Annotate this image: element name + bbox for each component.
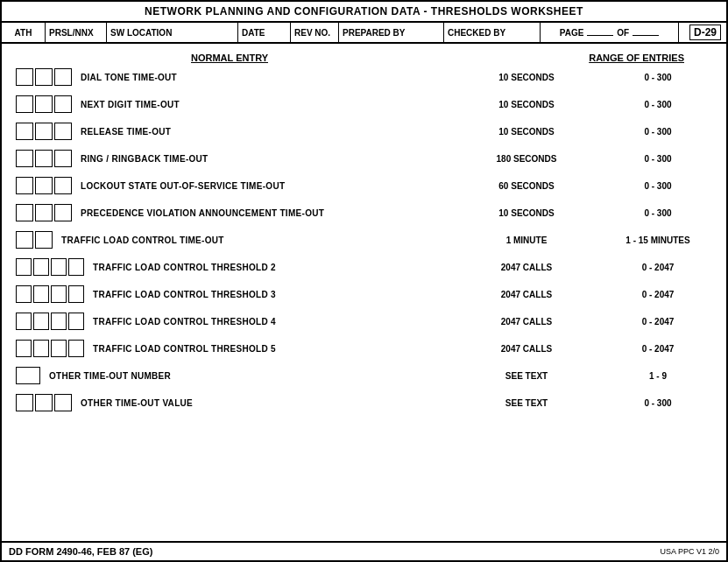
boxes-threshold4 (16, 313, 84, 330)
input-box[interactable] (54, 68, 72, 86)
range-val-precedence: 0 - 300 (597, 208, 719, 218)
row-label-lockout: LOCKOUT STATE OUT-OF-SERVICE TIME-OUT (81, 181, 456, 191)
boxes-precedence (16, 204, 72, 221)
rows-container: DIAL TONE TIME-OUT10 SECONDS0 - 300NEXT … (16, 65, 719, 415)
normal-val-threshold3: 2047 CALLS (456, 290, 597, 299)
input-box[interactable] (16, 177, 33, 194)
input-box[interactable] (16, 394, 33, 411)
input-box[interactable] (16, 204, 33, 221)
input-box[interactable] (68, 313, 84, 330)
input-box[interactable] (16, 150, 33, 167)
row-label-threshold2: TRAFFIC LOAD CONTROL THRESHOLD 2 (93, 263, 456, 272)
input-box[interactable] (35, 68, 53, 86)
input-box[interactable] (35, 394, 53, 411)
row-label-other-timeout-num: OTHER TIME-OUT NUMBER (49, 371, 456, 381)
normal-val-traffic-timeout: 1 MINUTE (456, 235, 597, 245)
header-checked: CHECKED BY (444, 23, 541, 42)
input-box[interactable] (68, 258, 84, 276)
normal-val-other-timeout-num: SEE TEXT (456, 371, 597, 381)
input-box[interactable] (33, 285, 49, 303)
header-page: PAGE OF (541, 23, 679, 42)
title: NETWORK PLANNING AND CONFIGURATION DATA … (145, 5, 583, 18)
boxes-release (16, 123, 72, 140)
normal-val-other-timeout-val: SEE TEXT (456, 398, 597, 408)
input-box[interactable] (35, 204, 53, 221)
range-val-other-timeout-num: 1 - 9 (597, 371, 719, 381)
row-dial-tone: DIAL TONE TIME-OUT10 SECONDS0 - 300 (16, 65, 719, 89)
page: NETWORK PLANNING AND CONFIGURATION DATA … (0, 0, 728, 562)
input-box[interactable] (35, 231, 53, 249)
boxes-dial-tone (16, 68, 72, 86)
header-prsl: PRSL/NNX (46, 23, 107, 42)
row-threshold5: TRAFFIC LOAD CONTROL THRESHOLD 52047 CAL… (16, 336, 719, 361)
row-other-timeout-num: OTHER TIME-OUT NUMBERSEE TEXT1 - 9 (16, 363, 719, 388)
col-range-entries: RANGE OF ENTRIES (589, 53, 684, 63)
range-val-dial-tone: 0 - 300 (597, 73, 719, 82)
footer: DD FORM 2490-46, FEB 87 (EG) USA PPC V1 … (2, 541, 726, 560)
input-box[interactable] (54, 204, 72, 221)
row-label-ring-ringback: RING / RINGBACK TIME-OUT (81, 154, 456, 164)
input-box[interactable] (35, 123, 53, 140)
header-d-number: D-29 (679, 23, 726, 42)
input-box[interactable] (68, 340, 84, 357)
range-val-lockout: 0 - 300 (597, 181, 719, 191)
row-ring-ringback: RING / RINGBACK TIME-OUT180 SECONDS0 - 3… (16, 146, 719, 171)
input-box[interactable] (16, 367, 40, 384)
input-box[interactable] (35, 177, 53, 194)
normal-val-ring-ringback: 180 SECONDS (456, 154, 597, 164)
input-box[interactable] (35, 150, 53, 167)
input-box[interactable] (51, 285, 67, 303)
row-threshold2: TRAFFIC LOAD CONTROL THRESHOLD 22047 CAL… (16, 255, 719, 279)
content-area: NORMAL ENTRY RANGE OF ENTRIES DIAL TONE … (2, 44, 726, 541)
input-box[interactable] (54, 177, 72, 194)
form-number: DD FORM 2490-46, FEB 87 (EG) (9, 546, 152, 557)
normal-val-threshold2: 2047 CALLS (456, 263, 597, 272)
input-box[interactable] (16, 123, 33, 140)
range-val-threshold2: 0 - 2047 (597, 263, 719, 272)
boxes-lockout (16, 177, 72, 194)
input-box[interactable] (54, 95, 72, 113)
input-box[interactable] (51, 258, 67, 276)
input-box[interactable] (16, 231, 33, 249)
input-box[interactable] (33, 313, 49, 330)
range-val-ring-ringback: 0 - 300 (597, 154, 719, 164)
input-box[interactable] (54, 150, 72, 167)
row-release: RELEASE TIME-OUT10 SECONDS0 - 300 (16, 119, 719, 144)
input-box[interactable] (16, 68, 33, 86)
boxes-threshold2 (16, 258, 84, 276)
row-threshold4: TRAFFIC LOAD CONTROL THRESHOLD 42047 CAL… (16, 309, 719, 334)
input-box[interactable] (35, 95, 53, 113)
input-box[interactable] (16, 313, 32, 330)
row-label-threshold4: TRAFFIC LOAD CONTROL THRESHOLD 4 (93, 317, 456, 327)
footer-right: USA PPC V1 2/0 (660, 547, 719, 556)
row-next-digit: NEXT DIGIT TIME-OUT10 SECONDS0 - 300 (16, 92, 719, 116)
row-label-next-digit: NEXT DIGIT TIME-OUT (81, 100, 456, 109)
row-label-release: RELEASE TIME-OUT (81, 127, 456, 137)
header-date: DATE (238, 23, 291, 42)
input-box[interactable] (54, 394, 72, 411)
input-box[interactable] (16, 258, 32, 276)
row-precedence: PRECEDENCE VIOLATION ANNOUNCEMENT TIME-O… (16, 200, 719, 225)
input-box[interactable] (68, 285, 84, 303)
input-box[interactable] (16, 95, 33, 113)
boxes-next-digit (16, 95, 72, 113)
range-val-traffic-timeout: 1 - 15 MINUTES (597, 235, 719, 245)
row-lockout: LOCKOUT STATE OUT-OF-SERVICE TIME-OUT60 … (16, 173, 719, 198)
range-val-next-digit: 0 - 300 (597, 100, 719, 109)
row-label-threshold5: TRAFFIC LOAD CONTROL THRESHOLD 5 (93, 344, 456, 354)
input-box[interactable] (51, 340, 67, 357)
boxes-threshold5 (16, 340, 84, 357)
input-box[interactable] (16, 340, 32, 357)
range-val-other-timeout-val: 0 - 300 (597, 398, 719, 408)
boxes-other-timeout-num (16, 367, 40, 384)
input-box[interactable] (51, 313, 67, 330)
header-ath: ATH (2, 23, 46, 42)
input-box[interactable] (16, 285, 32, 303)
title-bar: NETWORK PLANNING AND CONFIGURATION DATA … (2, 2, 726, 23)
input-box[interactable] (54, 123, 72, 140)
input-box[interactable] (33, 258, 49, 276)
range-val-release: 0 - 300 (597, 127, 719, 137)
boxes-other-timeout-val (16, 394, 72, 411)
row-label-traffic-timeout: TRAFFIC LOAD CONTROL TIME-OUT (61, 235, 456, 245)
input-box[interactable] (33, 340, 49, 357)
